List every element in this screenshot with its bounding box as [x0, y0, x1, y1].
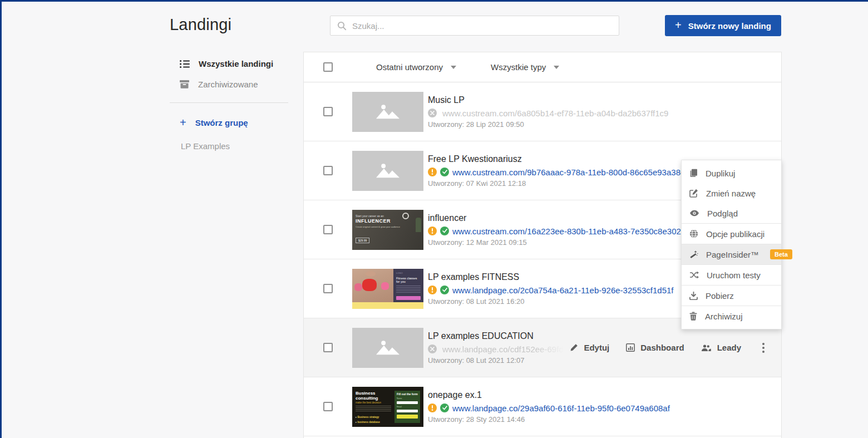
thumb-text: Business consulting	[356, 391, 391, 401]
menu-item-label: Duplikuj	[706, 169, 735, 178]
menu-item-label: Archiwizuj	[705, 312, 743, 321]
leads-button[interactable]: Leady	[701, 343, 741, 352]
sidebar-item-all-landings[interactable]: Wszystkie landingi	[170, 53, 288, 74]
table-row[interactable]: Music LP www.custream.com/6a805b14-ef78-…	[304, 82, 781, 141]
thumb-text: Start your career as an	[356, 214, 420, 218]
sidebar: Wszystkie landingi Zarchiwizowane + Stwó…	[170, 53, 288, 154]
leads-label: Leady	[717, 343, 741, 352]
menu-item-pageinsider[interactable]: PageInsider™ Beta	[682, 244, 781, 264]
window-frame-left	[0, 0, 2, 438]
landing-url: www.landpage.co/cdf152ee-69fd	[442, 345, 564, 354]
sort-dropdown-label: Ostatni utworzony	[376, 62, 443, 72]
menu-item-label: Pobierz	[706, 291, 734, 301]
unpublished-icon	[428, 345, 437, 353]
menu-item-label: Uruchom testy	[707, 270, 761, 280]
sidebar-group-lp-examples[interactable]: LP Examples	[170, 134, 288, 154]
search-icon	[337, 21, 347, 31]
fitness-panel: LOGO Fitness classes for you	[393, 269, 423, 302]
landing-url-link[interactable]: www.custream.com/16a223ee-830b-11eb-a483…	[452, 227, 685, 236]
created-date: Utworzony: 08 Lut 2021 12:07	[428, 356, 564, 365]
create-landing-button[interactable]: + Stwórz nowy landing	[665, 15, 781, 36]
create-landing-label: Stwórz nowy landing	[688, 21, 771, 31]
table-row[interactable]: Business consulting make the best decisi…	[304, 377, 781, 436]
landing-thumbnail-placeholder[interactable]	[352, 92, 423, 132]
menu-item-rename[interactable]: Zmień nazwę	[682, 183, 781, 203]
landing-title[interactable]: Music LP	[428, 95, 668, 105]
plus-icon: +	[675, 19, 682, 31]
landing-title[interactable]: onepage ex.1	[428, 390, 670, 400]
globe-icon	[689, 229, 698, 238]
more-options-icon[interactable]	[758, 341, 769, 355]
unpublished-changes-icon	[428, 286, 437, 294]
type-dropdown-label: Wszystkie typy	[491, 62, 546, 72]
sort-dropdown[interactable]: Ostatni utworzony	[376, 62, 456, 72]
menu-item-download[interactable]: Pobierz	[682, 286, 781, 306]
edit-label: Edytuj	[584, 343, 609, 352]
duplicate-icon	[689, 169, 698, 178]
menu-item-duplicate[interactable]: Duplikuj	[682, 163, 781, 183]
sidebar-item-archived[interactable]: Zarchiwizowane	[170, 74, 288, 95]
trash-icon	[689, 312, 697, 321]
landing-title[interactable]: LP examples EDUCATION	[428, 331, 564, 341]
list-icon	[180, 60, 190, 68]
thumb-text: Fitness classes for you	[396, 277, 421, 283]
menu-item-run-tests[interactable]: Uruchom testy	[682, 265, 781, 285]
create-group-label: Stwórz grupę	[195, 118, 248, 127]
menu-item-preview[interactable]: Podgląd	[682, 203, 781, 223]
landing-thumbnail-placeholder[interactable]	[352, 328, 423, 368]
landing-title[interactable]: LP examples FITNESS	[428, 272, 674, 282]
row-checkbox[interactable]	[323, 343, 333, 352]
thumb-price: $29.99	[356, 238, 369, 243]
archive-icon	[180, 80, 189, 88]
landing-thumbnail-placeholder[interactable]	[352, 151, 423, 191]
landing-thumbnail[interactable]: Start your career as an INFLUENCER Creat…	[352, 210, 423, 250]
rename-icon	[689, 189, 698, 198]
row-context-menu: Duplikuj Zmień nazwę Podgląd Opcje publi…	[681, 160, 782, 329]
people-icon	[701, 344, 712, 352]
row-checkbox[interactable]	[323, 225, 333, 234]
menu-item-label: Podgląd	[707, 209, 738, 218]
search-input[interactable]	[352, 21, 612, 31]
row-checkbox[interactable]	[323, 402, 333, 411]
chevron-down-icon	[451, 66, 456, 69]
menu-item-label: PageInsider™	[706, 250, 759, 259]
beta-badge: Beta	[770, 249, 792, 259]
created-date: Utworzony: 12 Mar 2021 09:15	[428, 238, 685, 247]
thumb-text: Create original content & grow your audi…	[356, 225, 420, 228]
landing-thumbnail[interactable]: Business consulting make the best decisi…	[352, 387, 423, 427]
created-date: Utworzony: 07 Kwi 2021 12:18	[428, 179, 685, 188]
landing-url-link[interactable]: www.landpage.co/2c0a754a-6a21-11eb-926e-…	[452, 286, 674, 295]
landing-title[interactable]: influencer	[428, 213, 685, 223]
thumb-button-shape	[397, 415, 418, 419]
row-checkbox[interactable]	[323, 284, 333, 293]
landing-title[interactable]: Free LP Kwestionariusz	[428, 154, 685, 164]
landing-url: www.custream.com/6a805b14-ef78-11eb-a04b…	[442, 109, 668, 118]
chevron-down-icon	[554, 66, 559, 69]
search-box[interactable]	[330, 16, 619, 36]
menu-item-publish-options[interactable]: Opcje publikacji	[682, 224, 781, 244]
landing-url-link[interactable]: www.landpage.co/29a9af60-616f-11eb-95f0-…	[452, 403, 670, 413]
thumb-text: Fill out the form	[397, 392, 418, 396]
fitness-photo	[352, 269, 393, 302]
dashboard-button[interactable]: Dashboard	[626, 343, 684, 352]
row-checkbox[interactable]	[323, 107, 333, 116]
unpublished-changes-icon	[428, 168, 437, 176]
select-all-checkbox[interactable]	[323, 62, 333, 72]
created-date: Utworzony: 28 Sty 2021 14:46	[428, 415, 670, 424]
landing-url-link[interactable]: www.custream.com/9b76aaac-978a-11eb-800d…	[452, 168, 685, 177]
menu-item-label: Zmień nazwę	[706, 189, 756, 198]
unpublished-changes-icon	[428, 227, 437, 235]
sidebar-divider	[170, 102, 288, 103]
unpublished-icon	[428, 109, 437, 117]
image-placeholder-icon	[372, 162, 403, 180]
sidebar-item-label: Zarchiwizowane	[198, 80, 258, 89]
row-checkbox[interactable]	[323, 166, 333, 175]
sidebar-item-label: Wszystkie landingi	[199, 59, 273, 68]
menu-item-label: Opcje publikacji	[706, 229, 765, 239]
create-group-button[interactable]: + Stwórz grupę	[170, 112, 288, 134]
landing-thumbnail[interactable]: LOGO Fitness classes for you	[352, 269, 423, 309]
type-dropdown[interactable]: Wszystkie typy	[491, 62, 559, 72]
published-icon	[440, 227, 449, 235]
menu-item-archive[interactable]: Archiwizuj	[682, 306, 781, 326]
edit-button[interactable]: Edytuj	[570, 343, 609, 352]
